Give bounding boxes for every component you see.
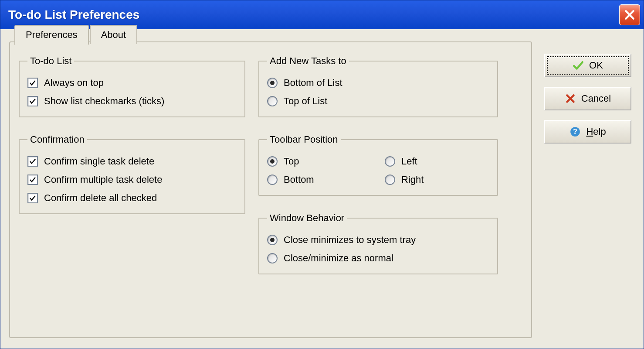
radio-label: Close minimizes to system tray [284,234,416,246]
help-icon: ? [569,126,581,137]
group-legend: Toolbar Position [267,134,341,145]
check-icon [573,60,584,71]
checkbox-confirm-delete-checked[interactable]: Confirm delete all checked [27,192,237,204]
group-legend: Window Behavior [267,212,347,224]
help-button[interactable]: ? Help [544,120,631,144]
radio-label: Top of List [284,96,327,107]
radio-label: Bottom [284,174,314,185]
tab-panel: Preferences About To-do List Always on t… [9,41,532,338]
tab-about[interactable]: About [90,25,138,44]
cancel-button[interactable]: Cancel [544,87,631,110]
radio-close-minimize-tray[interactable]: Close minimizes to system tray [267,234,489,246]
radio-label: Top [284,156,299,167]
checkbox-icon [27,156,38,167]
radio-label: Right [401,174,424,185]
button-label: Cancel [581,93,611,104]
radio-label: Close/minimize as normal [284,253,393,264]
button-label: Help [586,126,606,137]
checkbox-label: Confirm delete all checked [44,192,157,204]
button-label: OK [589,60,603,71]
close-icon [624,9,635,21]
group-legend: To-do List [27,55,74,67]
radio-toolbar-top[interactable]: Top [267,156,372,167]
svg-text:?: ? [573,127,577,135]
radio-add-top[interactable]: Top of List [267,96,489,107]
radio-label: Left [401,156,417,167]
checkbox-label: Confirm single task delete [44,156,154,167]
cross-icon [565,93,576,104]
radio-icon [267,78,278,88]
radio-label: Bottom of List [284,77,342,89]
close-button[interactable] [619,4,640,25]
button-column: OK Cancel ? Help [544,54,631,144]
left-column: To-do List Always on top Show list chec [19,55,245,274]
radio-toolbar-left[interactable]: Left [385,156,489,167]
radio-icon [267,235,278,245]
radio-icon [385,156,395,167]
checkbox-icon [27,96,38,106]
window: To-do List Preferences Preferences About… [0,0,644,349]
window-title: To-do List Preferences [8,8,139,22]
checkbox-label: Show list checkmarks (ticks) [44,96,164,107]
checkbox-show-checkmarks[interactable]: Show list checkmarks (ticks) [27,96,237,107]
checkbox-label: Confirm multiple task delete [44,174,162,185]
radio-icon [267,96,278,106]
radio-toolbar-right[interactable]: Right [385,174,489,185]
tab-label: About [101,29,126,40]
group-window-behavior: Window Behavior Close minimizes to syste… [258,212,498,274]
radio-icon [385,174,395,185]
checkbox-always-on-top[interactable]: Always on top [27,77,237,89]
ok-button[interactable]: OK [544,54,631,77]
radio-icon [267,174,278,185]
preferences-content: To-do List Always on top Show list chec [10,42,531,287]
radio-icon [267,156,278,167]
group-legend: Confirmation [27,134,87,145]
radio-close-normal[interactable]: Close/minimize as normal [267,253,489,264]
radio-add-bottom[interactable]: Bottom of List [267,77,489,89]
tab-preferences[interactable]: Preferences [14,25,89,45]
group-confirmation: Confirmation Confirm single task delete [19,134,245,214]
checkbox-icon [27,78,38,88]
checkbox-icon [27,174,38,185]
content-area: Preferences About To-do List Always on t… [0,29,644,349]
radio-icon [267,253,278,263]
checkbox-label: Always on top [44,77,104,89]
group-add-new-tasks: Add New Tasks to Bottom of List Top of L… [258,55,498,117]
checkbox-icon [27,193,38,203]
checkbox-confirm-single-delete[interactable]: Confirm single task delete [27,156,237,167]
group-legend: Add New Tasks to [267,55,349,67]
right-column: Add New Tasks to Bottom of List Top of L… [258,55,498,274]
group-todo-list: To-do List Always on top Show list chec [19,55,245,117]
tab-label: Preferences [26,29,78,40]
radio-toolbar-bottom[interactable]: Bottom [267,174,372,185]
group-toolbar-position: Toolbar Position Top Left [258,134,498,196]
tab-strip: Preferences About [14,25,138,44]
checkbox-confirm-multiple-delete[interactable]: Confirm multiple task delete [27,174,237,185]
